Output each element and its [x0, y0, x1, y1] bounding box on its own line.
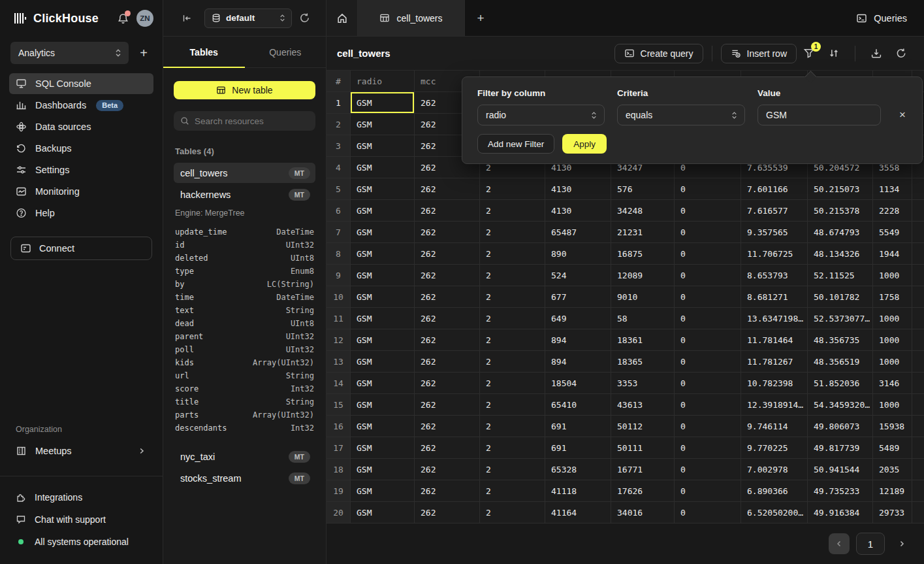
- cell[interactable]: 890: [545, 243, 611, 264]
- add-new-filter-button[interactable]: Add new Filter: [477, 134, 554, 154]
- cell[interactable]: 2: [480, 286, 545, 307]
- cell[interactable]: 12189: [873, 480, 912, 501]
- next-page-button[interactable]: [891, 533, 912, 554]
- table-row[interactable]: 5 GSM 262 2 4130 576 0 7.601166 50.21507…: [327, 178, 924, 200]
- cell-radio[interactable]: GSM: [351, 394, 415, 415]
- cell[interactable]: 2: [480, 222, 545, 242]
- cell-mcc[interactable]: 262: [415, 200, 480, 221]
- table-row[interactable]: 9 GSM 262 2 524 12089 0 8.653793 52.1152…: [327, 265, 924, 286]
- cell[interactable]: 8.653793: [741, 265, 808, 286]
- apply-filter-button[interactable]: Apply: [562, 134, 607, 154]
- cell[interactable]: 1758: [873, 286, 912, 307]
- cell[interactable]: 1000: [873, 329, 912, 350]
- filter-criteria-select[interactable]: equals: [617, 105, 745, 125]
- cell[interactable]: 18361: [611, 329, 675, 350]
- cell[interactable]: 2: [480, 243, 545, 264]
- cell[interactable]: 54.3459320…: [808, 394, 873, 415]
- cell[interactable]: 2: [480, 351, 545, 372]
- notifications-bell-icon[interactable]: [116, 12, 130, 25]
- cell-mcc[interactable]: 262: [415, 459, 480, 480]
- cell[interactable]: 12.3918914…: [741, 394, 808, 415]
- table-row[interactable]: 19 GSM 262 2 41118 17626 0 6.890366 49.7…: [327, 480, 924, 502]
- cell-mcc[interactable]: 262: [415, 243, 480, 264]
- cell[interactable]: 7.002978: [741, 459, 808, 480]
- table-row[interactable]: 20 GSM 262 2 41164 34016 0 6.52050200… 4…: [327, 502, 924, 523]
- cell-mcc[interactable]: 262: [415, 373, 480, 393]
- previous-page-button[interactable]: [829, 533, 850, 554]
- cell-mcc[interactable]: 262: [415, 437, 480, 458]
- table-row[interactable]: 13 GSM 262 2 894 18365 0 11.781267 48.35…: [327, 351, 924, 373]
- cell[interactable]: 0: [675, 416, 741, 437]
- cell[interactable]: 9.770225: [741, 437, 808, 458]
- sidebar-item-help[interactable]: Help: [9, 203, 153, 224]
- cell[interactable]: 48.674793: [808, 222, 873, 242]
- cell[interactable]: 576: [611, 178, 675, 199]
- sidebar-item-monitoring[interactable]: Monitoring: [9, 181, 153, 202]
- cell-radio[interactable]: GSM: [351, 329, 415, 350]
- cell-mcc[interactable]: 262: [415, 222, 480, 242]
- table-list-item-stocks-stream[interactable]: stocks_stream MT: [174, 468, 315, 488]
- home-tab[interactable]: [327, 0, 358, 36]
- cell[interactable]: 16875: [611, 243, 675, 264]
- table-row[interactable]: 17 GSM 262 2 691 50111 0 9.770225 49.817…: [327, 437, 924, 459]
- column-header[interactable]: #: [327, 71, 351, 91]
- workspace-select[interactable]: Analytics: [10, 42, 129, 64]
- refresh-tables-icon[interactable]: [296, 10, 313, 26]
- cell[interactable]: 2228: [873, 200, 912, 221]
- table-list-item-hackernews[interactable]: hackernews MT: [174, 184, 315, 205]
- cell[interactable]: 65328: [545, 459, 611, 480]
- cell[interactable]: 2: [480, 178, 545, 199]
- cell[interactable]: 1944: [873, 243, 912, 264]
- cell[interactable]: 0: [675, 308, 741, 329]
- table-row[interactable]: 12 GSM 262 2 894 18361 0 11.781464 48.35…: [327, 329, 924, 351]
- cell-mcc[interactable]: 262: [415, 480, 480, 501]
- table-row[interactable]: 8 GSM 262 2 890 16875 0 11.706725 48.134…: [327, 243, 924, 265]
- cell[interactable]: 34248: [611, 200, 675, 221]
- sort-button[interactable]: [824, 44, 844, 63]
- table-row[interactable]: 16 GSM 262 2 691 50112 0 9.746114 49.806…: [327, 416, 924, 437]
- cell[interactable]: 0: [675, 480, 741, 501]
- cell[interactable]: 6.52050200…: [741, 502, 808, 523]
- cell-radio[interactable]: GSM: [351, 243, 415, 264]
- cell[interactable]: 2: [480, 329, 545, 350]
- cell-radio[interactable]: GSM: [351, 502, 415, 523]
- cell[interactable]: 48.134326: [808, 243, 873, 264]
- system-status[interactable]: All systems operational: [12, 533, 152, 551]
- cell-mcc[interactable]: 262: [415, 308, 480, 329]
- cell[interactable]: 0: [675, 394, 741, 415]
- cell[interactable]: 0: [675, 243, 741, 264]
- cell[interactable]: 2: [480, 200, 545, 221]
- cell[interactable]: 8.681271: [741, 286, 808, 307]
- cell[interactable]: 1000: [873, 308, 912, 329]
- cell[interactable]: 0: [675, 286, 741, 307]
- cell[interactable]: 43613: [611, 394, 675, 415]
- sidebar-item-chat-support[interactable]: Chat with support: [12, 510, 152, 529]
- cell[interactable]: 50.941544: [808, 459, 873, 480]
- cell[interactable]: 58: [611, 308, 675, 329]
- sidebar-item-data-sources[interactable]: Data sources: [9, 116, 153, 137]
- cell[interactable]: 65410: [545, 394, 611, 415]
- remove-filter-button[interactable]: ×: [893, 106, 912, 124]
- cell[interactable]: 10.782398: [741, 373, 808, 393]
- cell[interactable]: 2: [480, 502, 545, 523]
- cell[interactable]: 13.6347198…: [741, 308, 808, 329]
- database-select[interactable]: default: [204, 8, 292, 28]
- create-query-button[interactable]: Create query: [614, 44, 703, 63]
- cell[interactable]: 5489: [873, 437, 912, 458]
- cell[interactable]: 48.356735: [808, 329, 873, 350]
- cell[interactable]: 691: [545, 437, 611, 458]
- sidebar-item-backups[interactable]: Backups: [9, 138, 153, 159]
- search-input[interactable]: [195, 116, 309, 126]
- cell-radio[interactable]: GSM: [351, 178, 415, 199]
- cell[interactable]: 2: [480, 416, 545, 437]
- cell[interactable]: 677: [545, 286, 611, 307]
- cell[interactable]: 0: [675, 329, 741, 350]
- table-list-item-nyc-taxi[interactable]: nyc_taxi MT: [174, 446, 315, 467]
- queries-button[interactable]: Queries: [839, 0, 924, 36]
- sidebar-item-meetups[interactable]: Meetups: [0, 440, 163, 461]
- cell-radio[interactable]: GSM: [351, 135, 415, 156]
- cell[interactable]: 7.616577: [741, 200, 808, 221]
- cell[interactable]: 3146: [873, 373, 912, 393]
- cell[interactable]: 1134: [873, 178, 912, 199]
- avatar[interactable]: ZN: [136, 10, 153, 27]
